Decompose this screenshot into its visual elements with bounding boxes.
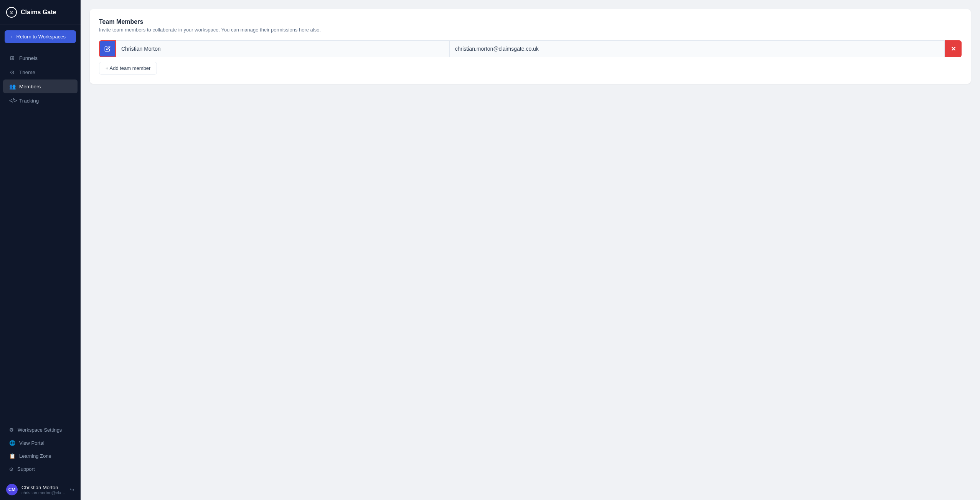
user-name: Christian Morton [21, 485, 66, 490]
return-to-workspaces-button[interactable]: ← Return to Workspaces [5, 30, 76, 43]
sidebar-item-learning-zone[interactable]: 📋 Learning Zone [3, 450, 78, 462]
theme-label: Theme [19, 70, 35, 75]
member-edit-button[interactable] [99, 40, 116, 57]
member-name-input[interactable] [116, 40, 450, 57]
logo-text: Claims Gate [21, 9, 56, 16]
members-icon: 👥 [9, 83, 15, 89]
sidebar-item-support[interactable]: ⊙ Support [3, 463, 78, 475]
logo-icon: ⊙ [6, 7, 17, 18]
view-portal-icon: 🌐 [9, 440, 15, 446]
sidebar: ⊙ Claims Gate ← Return to Workspaces ⊞ F… [0, 0, 81, 500]
learning-zone-label: Learning Zone [19, 453, 51, 459]
card-title: Team Members [99, 18, 962, 25]
user-info: Christian Morton christian.morton@claims… [21, 485, 66, 495]
workspace-settings-icon: ⚙ [9, 427, 14, 433]
tracking-icon: </> [9, 98, 15, 104]
user-email: christian.morton@claims.. [21, 490, 66, 495]
add-member-button[interactable]: + Add team member [99, 62, 157, 75]
pencil-icon [104, 46, 111, 52]
member-email-input[interactable] [450, 40, 945, 57]
team-members-card: Team Members Invite team members to coll… [90, 9, 971, 84]
main-content: Team Members Invite team members to coll… [81, 0, 980, 500]
sidebar-bottom: ⚙ Workspace Settings 🌐 View Portal 📋 Lea… [0, 420, 81, 479]
members-label: Members [19, 84, 41, 89]
member-delete-button[interactable]: ✕ [945, 40, 962, 57]
sidebar-item-funnels[interactable]: ⊞ Funnels [3, 51, 78, 65]
theme-icon: ⊙ [9, 69, 15, 75]
sidebar-nav: ⊞ Funnels ⊙ Theme 👥 Members </> Tracking [0, 48, 81, 420]
card-subtitle: Invite team members to collaborate in yo… [99, 27, 962, 33]
sidebar-logo: ⊙ Claims Gate [0, 0, 81, 25]
avatar: CM [6, 484, 18, 495]
workspace-settings-label: Workspace Settings [18, 427, 62, 433]
sidebar-item-view-portal[interactable]: 🌐 View Portal [3, 437, 78, 449]
funnels-icon: ⊞ [9, 55, 15, 61]
support-icon: ⊙ [9, 466, 13, 472]
sidebar-item-workspace-settings[interactable]: ⚙ Workspace Settings [3, 424, 78, 436]
member-row: ✕ [99, 40, 962, 57]
funnels-label: Funnels [19, 55, 38, 61]
view-portal-label: View Portal [19, 440, 45, 446]
logout-icon[interactable]: ↪ [70, 487, 74, 493]
learning-zone-icon: 📋 [9, 453, 15, 459]
sidebar-item-tracking[interactable]: </> Tracking [3, 94, 78, 108]
sidebar-user[interactable]: CM Christian Morton christian.morton@cla… [0, 479, 81, 500]
sidebar-item-theme[interactable]: ⊙ Theme [3, 65, 78, 79]
tracking-label: Tracking [19, 98, 39, 104]
sidebar-item-members[interactable]: 👥 Members [3, 79, 78, 93]
support-label: Support [17, 466, 35, 472]
